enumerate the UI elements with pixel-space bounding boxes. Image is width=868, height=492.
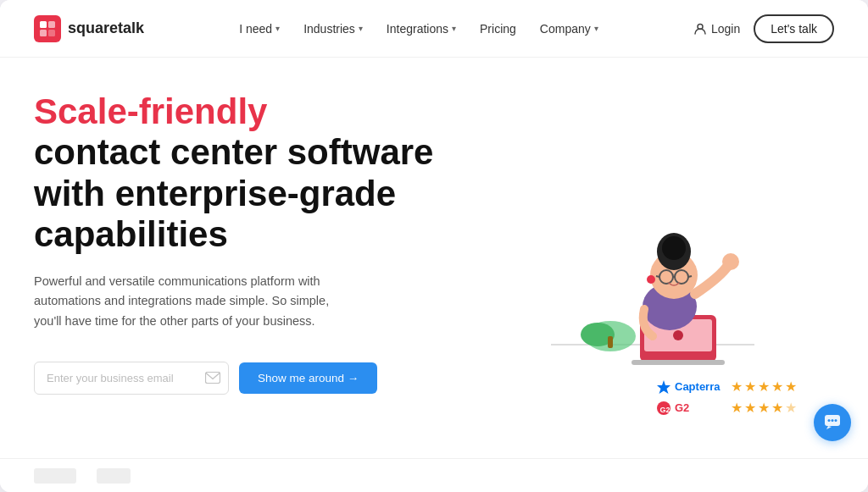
chevron-icon: ▾ <box>594 24 598 33</box>
svg-rect-1 <box>40 21 47 28</box>
svg-rect-6 <box>206 373 220 384</box>
svg-rect-10 <box>608 336 613 348</box>
partner-logo-1 <box>34 468 76 484</box>
email-icon <box>205 372 220 384</box>
email-input-wrapper <box>34 362 229 395</box>
nav-item-integrations[interactable]: Integrations ▾ <box>387 22 456 36</box>
hero-subtitle: Powerful and versatile communications pl… <box>34 272 356 331</box>
browser-frame: squaretalk I need ▾ Industries ▾ Integra… <box>0 0 868 492</box>
g2-logo: G2 G2 <box>656 401 724 416</box>
chevron-icon: ▾ <box>452 24 456 33</box>
capterra-logo: Capterra <box>656 379 724 395</box>
navbar: squaretalk I need ▾ Industries ▾ Integra… <box>0 0 868 58</box>
hero-content: Scale-friendly contact center softwarewi… <box>34 91 475 441</box>
logo-text: squaretalk <box>68 19 144 37</box>
svg-line-24 <box>688 276 692 277</box>
hero-illustration <box>500 167 788 370</box>
hero-section: Scale-friendly contact center softwarewi… <box>0 58 868 458</box>
chat-icon <box>823 413 842 432</box>
hero-right: Capterra ★ ★ ★ ★ ★ G2 <box>475 91 814 441</box>
chevron-icon: ▾ <box>359 24 363 33</box>
svg-point-30 <box>828 419 831 422</box>
g2-stars: ★ ★ ★ ★ ★ <box>731 400 797 416</box>
svg-point-32 <box>835 419 837 422</box>
lets-talk-button[interactable]: Let's talk <box>754 14 834 43</box>
svg-marker-26 <box>657 380 670 394</box>
capterra-icon <box>656 379 671 395</box>
g2-icon: G2 <box>656 401 671 416</box>
svg-line-23 <box>656 276 659 277</box>
svg-rect-14 <box>632 360 725 365</box>
show-me-around-button[interactable]: Show me around → <box>239 362 377 394</box>
svg-point-31 <box>832 419 834 422</box>
nav-item-i-need[interactable]: I need ▾ <box>239 22 280 36</box>
email-input[interactable] <box>34 362 229 395</box>
svg-point-16 <box>722 253 739 270</box>
svg-point-19 <box>662 236 686 260</box>
nav-item-pricing[interactable]: Pricing <box>480 22 516 36</box>
svg-point-13 <box>673 330 683 340</box>
capterra-stars: ★ ★ ★ ★ ★ <box>731 379 797 395</box>
svg-rect-2 <box>48 21 55 28</box>
svg-text:G2: G2 <box>660 405 670 413</box>
logo[interactable]: squaretalk <box>34 15 144 42</box>
svg-rect-3 <box>40 30 47 36</box>
nav-menu: I need ▾ Industries ▾ Integrations ▾ Pri… <box>239 22 598 36</box>
login-button[interactable]: Login <box>693 22 740 36</box>
chat-widget-button[interactable] <box>814 404 851 441</box>
hero-form: Show me around → <box>34 362 475 395</box>
nav-item-industries[interactable]: Industries ▾ <box>303 22 363 36</box>
ratings-section: Capterra ★ ★ ★ ★ ★ G2 <box>656 379 797 416</box>
user-icon <box>693 22 707 36</box>
logo-icon <box>34 15 61 42</box>
g2-rating: G2 G2 ★ ★ ★ ★ ★ <box>656 400 797 416</box>
partner-logo-2 <box>97 468 131 484</box>
bottom-bar <box>0 458 868 492</box>
svg-point-25 <box>647 275 655 284</box>
svg-rect-0 <box>34 15 61 42</box>
chevron-icon: ▾ <box>275 24 280 33</box>
svg-rect-4 <box>48 30 55 36</box>
hero-title: Scale-friendly contact center softwarewi… <box>34 91 475 255</box>
capterra-rating: Capterra ★ ★ ★ ★ ★ <box>656 379 797 395</box>
nav-item-company[interactable]: Company ▾ <box>540 22 598 36</box>
navbar-actions: Login Let's talk <box>693 14 834 43</box>
